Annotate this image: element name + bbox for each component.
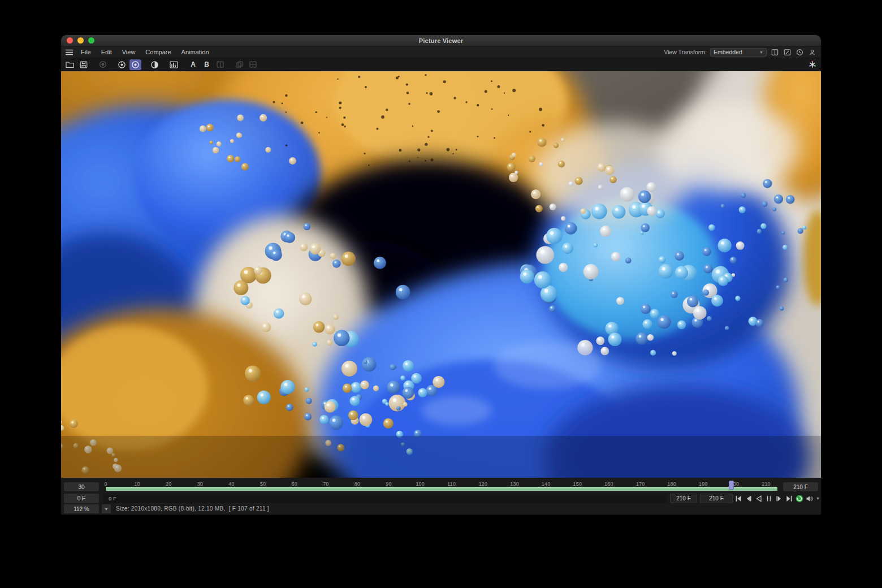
ruler-tick: 170 [636, 481, 645, 487]
ruler-tick: 40 [228, 481, 234, 487]
step-back-button[interactable] [744, 494, 753, 503]
view-transform-label: View Transform: [664, 49, 707, 55]
desktop-background: Picture Viewer File Edit View Compare An… [0, 0, 882, 588]
compare-a-button[interactable]: A [187, 59, 199, 70]
ruler-tick: 160 [604, 481, 613, 487]
contrast-button[interactable] [149, 59, 161, 70]
window-title: Picture Viewer [61, 37, 821, 44]
timeline-scrollbar[interactable]: 0 F [103, 494, 667, 503]
zoom-level-field[interactable]: 112 % [64, 504, 99, 513]
ruler-tick: 150 [573, 481, 582, 487]
menubar: File Edit View Compare Animation View Tr… [61, 46, 821, 58]
stop-button[interactable] [764, 494, 773, 503]
histogram-panel-button[interactable] [168, 59, 180, 70]
ruler-tick: 80 [354, 481, 360, 487]
ocio-circle-button[interactable] [129, 59, 141, 70]
zoom-button[interactable] [88, 37, 94, 44]
volume-icon[interactable] [805, 494, 814, 503]
panel-split-icon[interactable] [770, 47, 779, 57]
history-clock-icon[interactable] [795, 47, 804, 57]
strip-start-label: 0 F [109, 495, 116, 501]
ruler-tick: 180 [667, 481, 676, 487]
ruler-tick: 130 [510, 481, 519, 487]
minimize-button[interactable] [77, 37, 84, 44]
tile-compare-icon[interactable] [247, 59, 259, 70]
start-frame-field[interactable]: 0 F [64, 494, 99, 503]
step-forward-button[interactable] [775, 494, 783, 503]
range-bar [106, 487, 777, 491]
viewer-image [61, 71, 821, 478]
open-folder-button[interactable] [64, 59, 76, 70]
close-button[interactable] [67, 37, 73, 44]
render-icon[interactable] [97, 59, 109, 70]
fps-field[interactable]: 30 [64, 482, 99, 491]
wipe-compare-icon[interactable] [214, 59, 226, 70]
ruler-tick: 30 [197, 481, 203, 487]
skip-to-end-button[interactable] [785, 494, 793, 503]
menu-view[interactable]: View [117, 46, 141, 58]
menu-file[interactable]: File [76, 46, 96, 58]
ruler-tick: 60 [292, 481, 297, 487]
play-backwards-button[interactable] [754, 494, 763, 503]
hamburger-menu-icon[interactable] [64, 48, 74, 56]
app-window: Picture Viewer File Edit View Compare An… [61, 35, 821, 514]
color-management-icon[interactable] [806, 59, 818, 70]
end-frame-display[interactable]: 210 F [783, 482, 818, 491]
skip-to-start-button[interactable] [734, 494, 742, 503]
ruler-tick: 120 [479, 481, 488, 487]
compare-b-button[interactable]: B [201, 59, 213, 70]
traffic-lights [67, 37, 94, 44]
out-point-field[interactable]: 210 F [700, 494, 733, 503]
gamma-circle-button[interactable] [116, 59, 128, 70]
volume-dropdown-caret[interactable]: ▼ [815, 494, 820, 503]
ruler-tick: 10 [134, 481, 140, 487]
titlebar[interactable]: Picture Viewer [61, 35, 821, 46]
user-icon[interactable] [807, 47, 816, 57]
menu-edit[interactable]: Edit [96, 46, 117, 58]
ruler-tick: 210 [762, 481, 771, 487]
view-transform-dropdown[interactable]: Embedded ▼ [710, 48, 767, 57]
ruler-tick: 70 [323, 481, 328, 487]
view-transform-value: Embedded [714, 49, 742, 55]
ruler-tick: 100 [416, 481, 425, 487]
menu-animation[interactable]: Animation [176, 46, 214, 58]
overlay-compare-icon[interactable] [234, 59, 245, 70]
zoom-dropdown-caret[interactable]: ▼ [102, 504, 111, 513]
image-viewport[interactable] [61, 71, 821, 478]
in-point-field[interactable]: 210 F [670, 494, 697, 503]
chevron-down-icon: ▼ [759, 50, 763, 54]
save-button[interactable] [77, 59, 89, 70]
ruler-tick: 0 [104, 481, 107, 487]
ruler-tick: 20 [166, 481, 171, 487]
ruler-tick: 110 [447, 481, 456, 487]
status-info: Size: 2010x1080, RGB (8-bit), 12.10 MB, … [116, 504, 269, 513]
loop-mode-button[interactable] [795, 494, 803, 503]
playhead[interactable] [729, 481, 734, 490]
toolbar: A B [61, 58, 821, 71]
annotation-pencil-icon[interactable] [782, 47, 792, 57]
ruler-tick: 140 [542, 481, 551, 487]
ruler-tick: 50 [260, 481, 266, 487]
timeline-panel: 30 0102030405060708090100110120130140150… [61, 478, 821, 514]
ruler-tick: 90 [386, 481, 391, 487]
timeline-ruler[interactable]: 0102030405060708090100110120130140150160… [103, 482, 780, 491]
ruler-tick: 190 [699, 481, 708, 487]
transport-controls: ▼ [734, 494, 820, 503]
menu-compare[interactable]: Compare [140, 46, 176, 58]
